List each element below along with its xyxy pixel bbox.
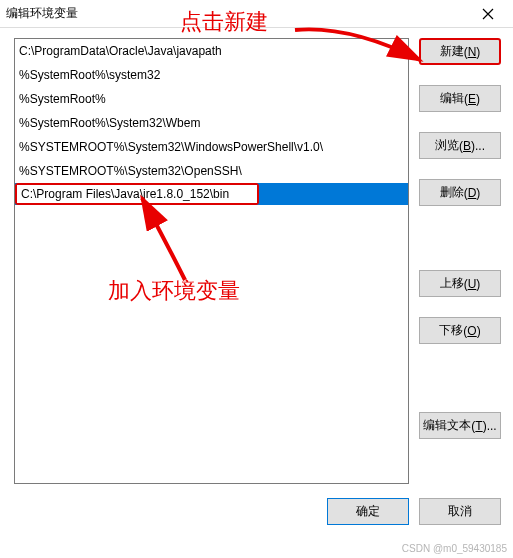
- button-label: 上移: [440, 275, 464, 292]
- list-item[interactable]: %SystemRoot%\system32: [15, 63, 408, 87]
- delete-button[interactable]: 删除(D): [419, 179, 501, 206]
- button-label: 浏览: [435, 137, 459, 154]
- list-item-editing[interactable]: [15, 183, 408, 205]
- button-accel: O: [467, 324, 476, 338]
- button-accel: B: [463, 139, 471, 153]
- edit-button[interactable]: 编辑(E): [419, 85, 501, 112]
- button-label: 取消: [448, 503, 472, 520]
- moveup-button[interactable]: 上移(U): [419, 270, 501, 297]
- button-accel: U: [468, 277, 477, 291]
- button-label: 编辑: [440, 90, 464, 107]
- new-button[interactable]: 新建(N): [419, 38, 501, 65]
- watermark: CSDN @m0_59430185: [402, 543, 507, 554]
- path-listbox[interactable]: C:\ProgramData\Oracle\Java\javapath %Sys…: [14, 38, 409, 484]
- list-item[interactable]: %SystemRoot%\System32\Wbem: [15, 111, 408, 135]
- list-item[interactable]: %SYSTEMROOT%\System32\OpenSSH\: [15, 159, 408, 183]
- button-label: 删除: [440, 184, 464, 201]
- button-label: 新建: [440, 43, 464, 60]
- list-item[interactable]: %SYSTEMROOT%\System32\WindowsPowerShell\…: [15, 135, 408, 159]
- button-label: 下移: [439, 322, 463, 339]
- list-item[interactable]: %SystemRoot%: [15, 87, 408, 111]
- button-accel: T: [475, 419, 482, 433]
- path-edit-input[interactable]: [17, 185, 257, 203]
- button-label: 确定: [356, 503, 380, 520]
- button-accel: E: [468, 92, 476, 106]
- button-accel: D: [468, 186, 477, 200]
- list-item[interactable]: C:\ProgramData\Oracle\Java\javapath: [15, 39, 408, 63]
- close-icon[interactable]: [469, 0, 507, 28]
- button-accel: N: [468, 45, 477, 59]
- ok-button[interactable]: 确定: [327, 498, 409, 525]
- movedown-button[interactable]: 下移(O): [419, 317, 501, 344]
- edittext-button[interactable]: 编辑文本(T)...: [419, 412, 501, 439]
- window-title: 编辑环境变量: [6, 5, 78, 22]
- cancel-button[interactable]: 取消: [419, 498, 501, 525]
- browse-button[interactable]: 浏览(B)...: [419, 132, 501, 159]
- button-label: 编辑文本: [423, 417, 471, 434]
